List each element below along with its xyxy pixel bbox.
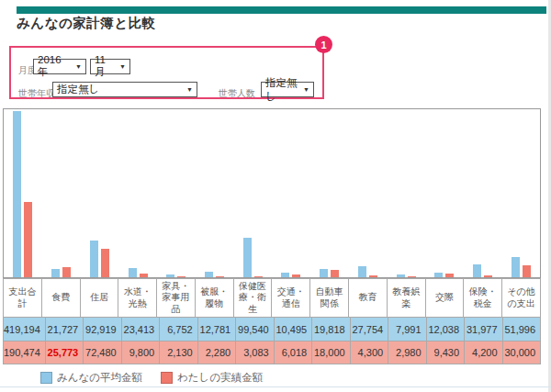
bar-group (80, 109, 118, 277)
comparison-table: 支出合計食費住居水道・光熱家具・家事用品被服・履物保健医療・衛生交通・通信自動車… (3, 278, 541, 364)
bar-average (243, 238, 252, 277)
actual-value-cell: 6,018 (274, 341, 311, 364)
category-header-cell: 住居 (80, 278, 118, 317)
category-header-cell: 教育 (348, 278, 387, 317)
category-header-cell: 保健医療・衛生 (233, 278, 272, 317)
actual-value-cell: 2,980 (388, 341, 425, 364)
chevron-down-icon: ▼ (75, 63, 82, 70)
page-root: みんなの家計簿と比較 月度 2016年 ▼ 11月 ▼ 世帯年収 指定無し ▼ … (0, 0, 551, 392)
average-value-cell: 92,919 (83, 317, 120, 341)
average-value-cell: 23,413 (121, 317, 159, 341)
category-header-cell: 食費 (41, 278, 80, 317)
actual-value-cell: 2,280 (197, 341, 235, 364)
chevron-down-icon: ▼ (186, 86, 193, 93)
actual-value-cell: 190,474 (3, 341, 45, 364)
category-header-cell: その他の支出 (501, 278, 541, 317)
bar-group (387, 109, 425, 277)
month-select-value: 11月 (95, 54, 115, 79)
average-value-cell: 19,818 (311, 317, 349, 341)
category-header-cell: 支出合計 (3, 278, 41, 317)
average-value-cell: 31,977 (464, 317, 501, 341)
actual-value-cell: 9,430 (426, 341, 464, 364)
actual-value-cell: 25,773 (45, 341, 83, 364)
filter-panel: 月度 2016年 ▼ 11月 ▼ 世帯年収 指定無し ▼ 世帯人数 指定無し ▼ (9, 46, 324, 99)
household-size-label: 世帯人数 (219, 87, 255, 100)
bar-group (157, 109, 196, 277)
bar-average (320, 269, 328, 277)
bar-group (501, 109, 540, 277)
actual-value-cell: 18,000 (311, 341, 349, 364)
category-header-cell: 被服・履物 (195, 278, 233, 317)
bar-group (118, 109, 157, 277)
household-size-select[interactable]: 指定無し ▼ (261, 82, 314, 97)
plot-area (4, 109, 540, 277)
category-header-cell: 水道・光熱 (118, 278, 156, 317)
chart-legend: みんなの平均金額 わたしの実績金額 (40, 371, 263, 385)
bar-group (42, 109, 81, 277)
income-select-value: 指定無し (57, 83, 99, 96)
bar-group (4, 109, 42, 277)
legend-label-actual: わたしの実績金額 (177, 371, 263, 385)
comparison-chart (3, 108, 541, 278)
bar-group (310, 109, 349, 277)
bar-actual (445, 274, 454, 277)
bar-average (13, 111, 21, 277)
bar-average (166, 274, 174, 277)
actual-value-cell: 3,083 (235, 341, 273, 364)
actual-value-cell: 30,000 (502, 341, 541, 364)
bar-actual (101, 249, 109, 277)
year-select[interactable]: 2016年 ▼ (33, 59, 86, 74)
average-value-cell: 27,754 (350, 317, 388, 341)
bar-group (464, 109, 502, 277)
bar-actual (484, 275, 492, 277)
teal-accent-bar (17, 6, 546, 14)
bar-actual (254, 276, 263, 277)
category-header-cell: 家具・家事用品 (156, 278, 195, 317)
average-value-cell: 6,752 (159, 317, 197, 341)
average-value-cell: 99,540 (235, 317, 273, 341)
actual-swatch-icon (161, 372, 173, 384)
actual-amount-row: 190,47425,77372,4809,8002,1302,2803,0836… (3, 341, 541, 364)
bar-average (205, 272, 213, 277)
year-select-value: 2016年 (38, 54, 71, 79)
bar-average (281, 273, 289, 277)
bar-average (397, 274, 405, 277)
chevron-down-icon: ▼ (119, 63, 126, 70)
average-value-cell: 419,194 (3, 317, 45, 341)
category-header-cell: 交通・通信 (271, 278, 309, 317)
bar-actual (408, 276, 416, 277)
income-label: 世帯年収 (18, 87, 55, 100)
category-header-cell: 交際 (425, 278, 464, 317)
bar-actual (24, 202, 32, 277)
bar-actual (62, 267, 71, 277)
bar-average (512, 257, 520, 277)
category-header-cell: 教養娯楽 (387, 278, 425, 317)
chevron-down-icon: ▼ (303, 86, 309, 93)
average-amount-row: 419,19421,72792,91923,4136,75212,78199,5… (3, 317, 541, 341)
bar-group (348, 109, 387, 277)
income-select[interactable]: 指定無し ▼ (52, 82, 197, 97)
average-value-cell: 12,038 (426, 317, 464, 341)
bar-average (90, 241, 98, 277)
actual-value-cell: 9,800 (121, 341, 159, 364)
legend-label-average: みんなの平均金額 (57, 371, 142, 385)
bar-actual (140, 274, 148, 277)
average-value-cell: 21,727 (45, 317, 83, 341)
bar-group (196, 109, 234, 277)
bar-average (473, 264, 481, 277)
average-swatch-icon (40, 372, 52, 384)
table-header-row: 支出合計食費住居水道・光熱家具・家事用品被服・履物保健医療・衛生交通・通信自動車… (3, 278, 541, 317)
bar-actual (292, 274, 300, 277)
bar-actual (177, 276, 186, 277)
bar-group (272, 109, 310, 277)
actual-value-cell: 72,480 (83, 341, 120, 364)
legend-item-actual: わたしの実績金額 (161, 371, 263, 385)
bar-average (358, 266, 366, 277)
bar-average (51, 269, 60, 277)
month-select[interactable]: 11月 ▼ (90, 59, 130, 74)
average-value-cell: 10,495 (274, 317, 311, 341)
bar-actual (523, 265, 531, 277)
step-1-badge: 1 (315, 36, 332, 53)
page-title: みんなの家計簿と比較 (17, 15, 156, 32)
household-size-select-value: 指定無し (265, 76, 298, 104)
